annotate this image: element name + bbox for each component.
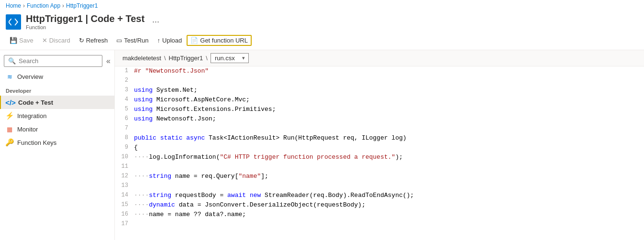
code-line-14: 14 ····string requestBody = await new St… <box>115 191 644 200</box>
code-test-label: Code + Test <box>18 99 53 106</box>
search-input[interactable] <box>19 57 98 65</box>
breadcrumb-sep1: › <box>23 2 25 9</box>
code-line-8: 8 public static async Task<IActionResult… <box>115 133 644 143</box>
sidebar-item-code-test[interactable]: </> Code + Test <box>0 96 114 109</box>
sidebar-item-overview[interactable]: ≋ Overview <box>0 70 114 83</box>
sidebar-search-box[interactable]: 🔍 <box>4 55 102 67</box>
page-subtitle: Function <box>26 24 144 30</box>
code-editor[interactable]: 1 #r "Newtonsoft.Json" 2 3 using System.… <box>115 66 644 240</box>
file-path-bar: makdeletetest \ HttpTrigger1 \ run.csx <box>115 50 644 66</box>
function-keys-label: Function Keys <box>17 139 56 146</box>
search-icon: 🔍 <box>8 57 16 65</box>
path-part2: HttpTrigger1 <box>169 55 203 62</box>
sidebar-item-integration[interactable]: ⚡ Integration <box>0 109 114 122</box>
breadcrumb: Home › Function App › HttpTrigger1 <box>0 0 644 11</box>
toolbar: 💾 Save ✕ Discard ↻ Refresh ▭ Test/Run ↑ … <box>0 31 644 50</box>
code-line-2: 2 <box>115 76 644 86</box>
code-line-15: 15 ····dynamic data = JsonConvert.Deseri… <box>115 200 644 210</box>
path-sep2: \ <box>206 55 208 62</box>
breadcrumb-home[interactable]: Home <box>6 2 21 9</box>
save-icon: 💾 <box>10 37 17 44</box>
code-test-icon: </> <box>7 98 14 106</box>
breadcrumb-function[interactable]: HttpTrigger1 <box>66 2 98 9</box>
sidebar-top: 🔍 « <box>0 52 114 70</box>
main-layout: 🔍 « ≋ Overview Developer </> Code + Test… <box>0 50 644 240</box>
overview-icon: ≋ <box>6 73 13 80</box>
code-line-5: 5 using Microsoft.Extensions.Primitives; <box>115 105 644 114</box>
developer-section-label: Developer <box>0 83 114 96</box>
get-url-icon: 📄 <box>190 37 198 44</box>
monitor-label: Monitor <box>17 126 38 133</box>
page-header-icon <box>6 14 21 30</box>
test-run-icon: ▭ <box>116 37 122 44</box>
upload-button[interactable]: ↑ Upload <box>154 35 186 46</box>
sidebar: 🔍 « ≋ Overview Developer </> Code + Test… <box>0 50 115 240</box>
code-line-12: 12 ····string name = req.Query["name"]; <box>115 172 644 181</box>
path-sep1: \ <box>164 55 166 62</box>
sidebar-item-monitor[interactable]: ▦ Monitor <box>0 122 114 136</box>
breadcrumb-sep2: › <box>62 2 64 9</box>
file-select[interactable]: run.csx <box>211 53 249 63</box>
code-line-11: 11 <box>115 162 644 172</box>
page-header: HttpTrigger1 | Code + Test Function ··· <box>0 11 644 31</box>
code-line-1: 1 #r "Newtonsoft.Json" <box>115 66 644 76</box>
test-run-button[interactable]: ▭ Test/Run <box>112 35 152 46</box>
save-button[interactable]: 💾 Save <box>6 35 37 46</box>
page-title: HttpTrigger1 | Code + Test <box>26 13 144 24</box>
sidebar-item-function-keys[interactable]: 🔑 Function Keys <box>0 136 114 149</box>
code-line-4: 4 using Microsoft.AspNetCore.Mvc; <box>115 95 644 105</box>
header-ellipsis-button[interactable]: ··· <box>152 17 159 27</box>
code-line-3: 3 using System.Net; <box>115 86 644 95</box>
discard-icon: ✕ <box>42 37 47 44</box>
integration-label: Integration <box>17 112 46 120</box>
integration-icon: ⚡ <box>6 112 13 120</box>
refresh-button[interactable]: ↻ Refresh <box>75 35 112 46</box>
file-select-wrap[interactable]: run.csx <box>211 53 249 63</box>
code-line-16: 16 ····name = name ?? data?.name; <box>115 210 644 219</box>
content-area: makdeletetest \ HttpTrigger1 \ run.csx 1… <box>115 50 644 240</box>
page-header-text: HttpTrigger1 | Code + Test Function <box>26 13 144 30</box>
path-part1: makdeletetest <box>122 55 161 62</box>
code-line-17: 17 <box>115 219 644 229</box>
overview-label: Overview <box>17 73 43 80</box>
code-line-13: 13 <box>115 181 644 191</box>
code-line-10: 10 ····log.LogInformation("C# HTTP trigg… <box>115 153 644 162</box>
breadcrumb-function-app[interactable]: Function App <box>27 2 60 9</box>
discard-button[interactable]: ✕ Discard <box>38 35 74 46</box>
code-line-9: 9 { <box>115 143 644 153</box>
function-keys-icon: 🔑 <box>6 139 13 146</box>
code-icon <box>9 17 18 27</box>
refresh-icon: ↻ <box>79 37 84 44</box>
upload-icon: ↑ <box>157 37 161 44</box>
get-function-url-button[interactable]: 📄 Get function URL <box>187 35 252 46</box>
code-line-6: 6 using Newtonsoft.Json; <box>115 114 644 124</box>
collapse-sidebar-button[interactable]: « <box>104 55 112 67</box>
code-line-7: 7 <box>115 124 644 133</box>
monitor-icon: ▦ <box>6 125 13 133</box>
